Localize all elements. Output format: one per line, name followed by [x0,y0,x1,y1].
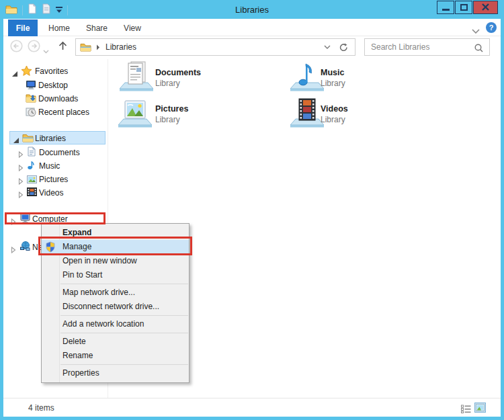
collapsed-twisty-icon[interactable] [18,175,24,187]
close-icon [482,1,489,13]
address-bar[interactable]: Libraries [75,38,355,56]
menu-item-properties[interactable]: Properties [42,366,189,380]
expand-ribbon-chevron-icon[interactable] [472,24,480,36]
library-tile-videos[interactable]: Videos [321,104,348,114]
up-button[interactable] [57,40,69,54]
recent-places-icon [26,107,36,120]
expanded-twisty-icon[interactable] [13,134,19,146]
search-input[interactable] [365,39,472,55]
menu-item-rename[interactable]: Rename [42,349,189,363]
computer-annotation-box [5,212,106,224]
sidebar-item-desktop[interactable]: Desktop [38,81,68,90]
menu-item-pin-to-start[interactable]: Pin to Start [42,268,189,282]
pictures-library-icon[interactable] [118,97,152,131]
expanded-twisty-icon[interactable] [12,68,18,80]
manage-annotation-box [38,237,192,255]
menu-item-delete[interactable]: Delete [42,335,189,349]
libraries-folder-icon [22,133,34,145]
back-button[interactable] [10,40,23,55]
collapsed-twisty-icon[interactable] [18,189,24,201]
breadcrumb-arrow-icon [96,44,100,50]
search-icon[interactable] [474,43,483,55]
desktop-icon [26,80,36,92]
breadcrumb[interactable]: Libraries [106,42,136,52]
details-view-button[interactable] [461,404,471,416]
collapsed-twisty-icon[interactable] [18,162,24,174]
videos-library-icon[interactable] [290,97,324,131]
menu-separator [60,364,188,365]
breadcrumb-folder-icon [80,42,91,52]
downloads-icon [26,93,36,106]
library-tile-pictures[interactable]: Pictures [155,104,188,114]
menu-separator [60,284,188,284]
library-tile-videos-type: Library [321,115,345,124]
menu-separator [60,333,188,333]
sidebar-item-pictures[interactable]: Pictures [39,175,68,184]
music-icon [27,160,36,173]
collapsed-twisty-icon[interactable] [18,149,24,161]
explorer-window: Libraries File Home Share View ? Librari… [0,0,504,420]
recent-locations-chevron-icon[interactable] [43,44,49,56]
favorites-star-icon [21,65,32,79]
search-box[interactable] [364,38,490,56]
refresh-icon[interactable] [339,43,348,52]
large-icons-view-button[interactable] [474,403,486,415]
library-tile-documents-type: Library [155,79,180,88]
library-tile-documents[interactable]: Documents [155,68,201,77]
library-tile-pictures-type: Library [155,115,180,124]
library-tile-music[interactable]: Music [321,68,344,77]
maximize-button[interactable] [455,1,472,14]
tab-home[interactable]: Home [46,19,72,36]
minimize-icon [442,1,450,13]
sidebar-item-videos[interactable]: Videos [39,188,63,198]
sidebar-item-documents[interactable]: Documents [39,148,80,157]
menu-item-map-network-drive[interactable]: Map network drive... [42,286,189,300]
sidebar-item-libraries[interactable]: Libraries [35,134,66,143]
menu-separator [60,315,188,316]
items-count: 4 items [28,403,54,413]
ribbon-tab-row [3,19,501,36]
minimize-button[interactable] [437,1,454,14]
menu-item-add-network-location[interactable]: Add a network location [42,317,189,331]
tab-share[interactable]: Share [83,19,111,36]
close-button[interactable] [473,1,498,14]
documents-icon [27,146,36,159]
sidebar-item-favorites[interactable]: Favorites [35,67,68,76]
menu-item-disconnect-network-drive[interactable]: Disconnect network drive... [42,300,189,314]
pictures-icon [27,174,37,186]
window-title: Libraries [0,5,504,15]
library-tile-music-type: Library [321,79,345,88]
forward-button[interactable] [28,40,40,55]
address-dropdown-chevron-icon[interactable] [324,45,331,49]
videos-icon [27,187,37,199]
maximize-icon [460,1,468,13]
documents-library-icon[interactable] [120,61,153,95]
status-bar [3,398,501,417]
sidebar-item-recent-places[interactable]: Recent places [38,108,89,117]
sidebar-item-music[interactable]: Music [39,161,60,171]
sidebar-item-downloads[interactable]: Downloads [38,94,78,103]
tab-view[interactable]: View [120,19,145,36]
tab-file[interactable]: File [8,19,38,36]
music-library-icon[interactable] [290,61,324,95]
help-icon[interactable]: ? [486,22,497,33]
menu-item-open-in-new-window[interactable]: Open in new window [42,254,189,268]
network-icon [19,241,31,254]
collapsed-twisty-icon[interactable] [11,244,16,256]
